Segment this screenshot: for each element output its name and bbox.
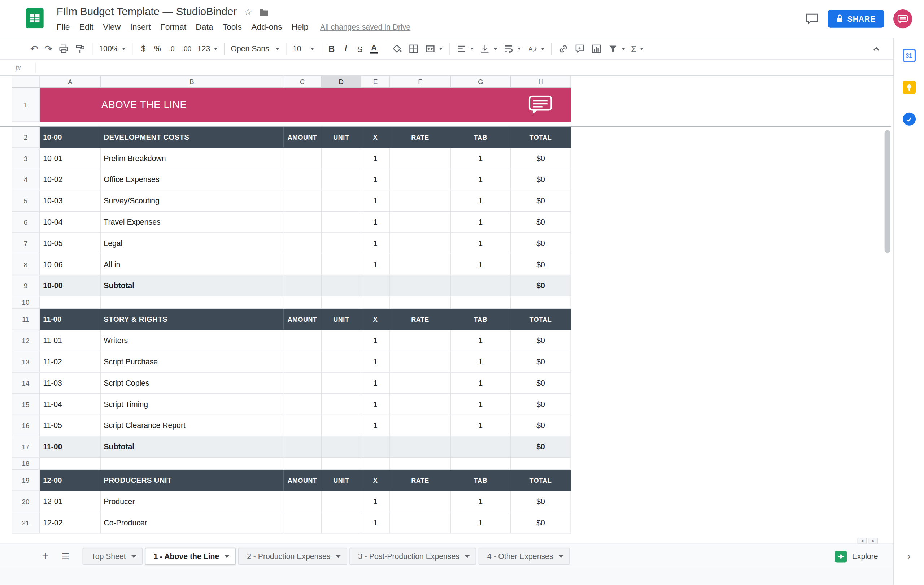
cell-h7[interactable]: $0 — [511, 233, 571, 254]
merge-cells-button[interactable] — [422, 41, 445, 56]
cell-a13[interactable]: 11-02 — [40, 351, 101, 373]
insert-comment-button[interactable] — [571, 41, 588, 56]
row-header-20[interactable]: 20 — [12, 491, 40, 512]
cell-d3[interactable] — [322, 148, 361, 169]
cell-a17[interactable]: 11-00 — [40, 436, 101, 458]
cell-a6[interactable]: 10-04 — [40, 212, 101, 233]
star-icon[interactable]: ☆ — [244, 7, 252, 17]
cell-g10[interactable] — [451, 296, 511, 309]
cell-c21[interactable] — [283, 512, 322, 534]
cell-a19[interactable]: 12-00 — [40, 470, 101, 491]
tab-1-above-the-line[interactable]: 1 - Above the Line — [145, 548, 236, 565]
cell-g19[interactable]: TAB — [451, 470, 511, 491]
row-header-2[interactable]: 2 — [12, 127, 40, 148]
paint-format-button[interactable] — [72, 41, 88, 56]
cell-b14[interactable]: Script Copies — [101, 373, 283, 394]
functions-button[interactable]: Σ — [628, 41, 647, 56]
cell-c20[interactable] — [283, 491, 322, 512]
cell-e12[interactable]: 1 — [361, 330, 390, 351]
cell-e6[interactable]: 1 — [361, 212, 390, 233]
cell-c19[interactable]: AMOUNT — [283, 470, 322, 491]
font-family-select[interactable]: Open Sans — [228, 41, 282, 56]
cell-g6[interactable]: 1 — [451, 212, 511, 233]
saved-status-link[interactable]: All changes saved in Drive — [320, 22, 410, 31]
cell-b6[interactable]: Travel Expenses — [101, 212, 283, 233]
cell-c17[interactable] — [283, 436, 322, 458]
cell-e17[interactable] — [361, 436, 390, 458]
cell-d9[interactable] — [322, 275, 361, 296]
cell-f2[interactable]: RATE — [390, 127, 451, 148]
cell-g16[interactable]: 1 — [451, 415, 511, 436]
tasks-icon[interactable] — [902, 112, 916, 126]
vertical-scrollbar[interactable] — [884, 127, 891, 538]
bold-button[interactable]: B — [325, 41, 338, 56]
cell-d18[interactable] — [322, 458, 361, 470]
cell-e16[interactable]: 1 — [361, 415, 390, 436]
banner-above-the-line[interactable]: ABOVE THE LINE — [40, 88, 571, 122]
font-size-select[interactable]: 10 — [290, 41, 317, 56]
select-all-corner[interactable] — [12, 76, 40, 88]
insert-link-button[interactable] — [555, 41, 571, 56]
cell-g13[interactable]: 1 — [451, 351, 511, 373]
tab-2-production-expenses[interactable]: 2 - Production Expenses — [238, 548, 347, 565]
cell-c5[interactable] — [283, 190, 322, 212]
cell-d6[interactable] — [322, 212, 361, 233]
borders-button[interactable] — [405, 41, 422, 56]
cell-d8[interactable] — [322, 254, 361, 276]
cell-d12[interactable] — [322, 330, 361, 351]
cell-d16[interactable] — [322, 415, 361, 436]
row-header-17[interactable]: 17 — [12, 436, 40, 458]
cell-a16[interactable]: 11-05 — [40, 415, 101, 436]
cell-c10[interactable] — [283, 296, 322, 309]
cell-b16[interactable]: Script Clearance Report — [101, 415, 283, 436]
row-header-9[interactable]: 9 — [12, 275, 40, 296]
cell-f20[interactable] — [390, 491, 451, 512]
cell-f21[interactable] — [390, 512, 451, 534]
account-avatar[interactable] — [893, 9, 912, 28]
format-currency-button[interactable]: $ — [137, 41, 150, 56]
vertical-align-button[interactable] — [477, 41, 500, 56]
cell-h3[interactable]: $0 — [511, 148, 571, 169]
cell-a8[interactable]: 10-06 — [40, 254, 101, 276]
cell-g3[interactable]: 1 — [451, 148, 511, 169]
row-header-18[interactable]: 18 — [12, 458, 40, 470]
cell-e13[interactable]: 1 — [361, 351, 390, 373]
cell-b17[interactable]: Subtotal — [101, 436, 283, 458]
cell-f16[interactable] — [390, 415, 451, 436]
row-header-21[interactable]: 21 — [12, 512, 40, 534]
cell-f6[interactable] — [390, 212, 451, 233]
cell-d17[interactable] — [322, 436, 361, 458]
cell-a18[interactable] — [40, 458, 101, 470]
cell-h13[interactable]: $0 — [511, 351, 571, 373]
cell-b12[interactable]: Writers — [101, 330, 283, 351]
calendar-icon[interactable]: 31 — [902, 48, 916, 63]
format-percent-button[interactable]: % — [150, 41, 165, 56]
cell-f5[interactable] — [390, 190, 451, 212]
cell-c9[interactable] — [283, 275, 322, 296]
row-header-13[interactable]: 13 — [12, 351, 40, 373]
cell-f14[interactable] — [390, 373, 451, 394]
column-header-e[interactable]: E — [361, 76, 390, 88]
cell-h11[interactable]: TOTAL — [511, 309, 571, 331]
cell-b13[interactable]: Script Purchase — [101, 351, 283, 373]
cell-g15[interactable]: 1 — [451, 394, 511, 415]
column-header-c[interactable]: C — [283, 76, 322, 88]
cell-f8[interactable] — [390, 254, 451, 276]
cell-c12[interactable] — [283, 330, 322, 351]
sheets-logo-icon[interactable] — [26, 8, 44, 31]
cell-d13[interactable] — [322, 351, 361, 373]
cell-g8[interactable]: 1 — [451, 254, 511, 276]
keep-icon[interactable] — [902, 80, 916, 94]
cell-d19[interactable]: UNIT — [322, 470, 361, 491]
cell-a7[interactable]: 10-05 — [40, 233, 101, 254]
decrease-decimal-button[interactable]: .0 — [165, 41, 179, 56]
add-sheet-button[interactable]: + — [38, 549, 53, 564]
menu-edit[interactable]: Edit — [75, 21, 99, 33]
cell-e19[interactable]: X — [361, 470, 390, 491]
explore-button[interactable]: Explore — [835, 550, 878, 562]
cell-h6[interactable]: $0 — [511, 212, 571, 233]
row-header-11[interactable]: 11 — [12, 309, 40, 331]
cell-c7[interactable] — [283, 233, 322, 254]
cell-g21[interactable]: 1 — [451, 512, 511, 534]
increase-decimal-button[interactable]: .00 — [179, 41, 195, 56]
